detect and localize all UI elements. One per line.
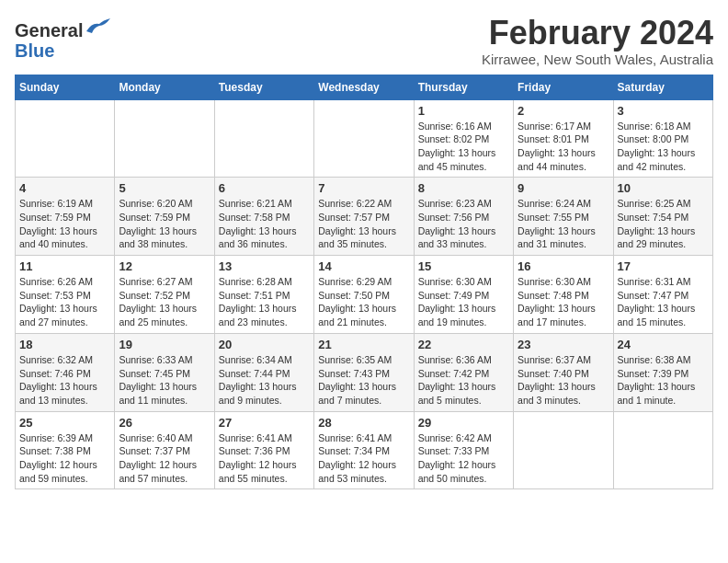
day-detail: Sunrise: 6:29 AM Sunset: 7:50 PM Dayligh… xyxy=(318,275,409,329)
day-number: 3 xyxy=(618,104,709,118)
day-number: 4 xyxy=(19,181,110,195)
logo-general: General xyxy=(15,20,83,40)
day-number: 12 xyxy=(119,259,210,273)
calendar-cell: 26Sunrise: 6:40 AM Sunset: 7:37 PM Dayli… xyxy=(115,411,214,489)
title-block: February 2024 Kirrawee, New South Wales,… xyxy=(482,15,713,67)
day-number: 28 xyxy=(318,416,409,430)
day-number: 16 xyxy=(518,259,609,273)
day-number: 11 xyxy=(19,259,110,273)
day-detail: Sunrise: 6:27 AM Sunset: 7:52 PM Dayligh… xyxy=(119,275,210,329)
day-detail: Sunrise: 6:22 AM Sunset: 7:57 PM Dayligh… xyxy=(318,197,409,251)
calendar-cell: 11Sunrise: 6:26 AM Sunset: 7:53 PM Dayli… xyxy=(16,256,115,334)
calendar-cell xyxy=(613,411,712,489)
day-number: 22 xyxy=(418,338,509,351)
day-number: 25 xyxy=(19,416,110,430)
day-number: 23 xyxy=(518,338,609,351)
day-number: 1 xyxy=(418,104,509,118)
day-number: 17 xyxy=(618,259,709,273)
day-detail: Sunrise: 6:21 AM Sunset: 7:58 PM Dayligh… xyxy=(219,197,310,251)
calendar-cell xyxy=(214,99,313,178)
logo-blue: Blue xyxy=(15,40,54,61)
calendar-cell: 21Sunrise: 6:35 AM Sunset: 7:43 PM Dayli… xyxy=(314,333,414,411)
logo: General Blue xyxy=(15,15,110,61)
day-detail: Sunrise: 6:30 AM Sunset: 7:49 PM Dayligh… xyxy=(418,275,509,329)
calendar-cell: 22Sunrise: 6:36 AM Sunset: 7:42 PM Dayli… xyxy=(414,333,513,411)
weekday-header-thursday: Thursday xyxy=(414,75,513,99)
day-detail: Sunrise: 6:30 AM Sunset: 7:48 PM Dayligh… xyxy=(518,275,609,329)
calendar-week-row: 11Sunrise: 6:26 AM Sunset: 7:53 PM Dayli… xyxy=(16,256,713,334)
calendar-cell xyxy=(115,99,214,178)
day-detail: Sunrise: 6:32 AM Sunset: 7:46 PM Dayligh… xyxy=(19,353,110,408)
calendar-cell: 17Sunrise: 6:31 AM Sunset: 7:47 PM Dayli… xyxy=(613,256,712,334)
calendar-week-row: 1Sunrise: 6:16 AM Sunset: 8:02 PM Daylig… xyxy=(16,99,713,178)
day-number: 26 xyxy=(119,416,210,430)
weekday-header-tuesday: Tuesday xyxy=(214,75,313,99)
weekday-header-sunday: Sunday xyxy=(16,75,115,99)
calendar-table: SundayMondayTuesdayWednesdayThursdayFrid… xyxy=(15,75,713,490)
day-detail: Sunrise: 6:24 AM Sunset: 7:55 PM Dayligh… xyxy=(518,197,609,251)
day-detail: Sunrise: 6:37 AM Sunset: 7:40 PM Dayligh… xyxy=(518,353,609,408)
calendar-cell: 12Sunrise: 6:27 AM Sunset: 7:52 PM Dayli… xyxy=(115,256,214,334)
day-detail: Sunrise: 6:17 AM Sunset: 8:01 PM Dayligh… xyxy=(518,120,609,174)
day-number: 2 xyxy=(518,104,609,118)
day-detail: Sunrise: 6:41 AM Sunset: 7:36 PM Dayligh… xyxy=(219,431,310,486)
day-detail: Sunrise: 6:20 AM Sunset: 7:59 PM Dayligh… xyxy=(119,197,210,251)
day-number: 24 xyxy=(618,338,709,351)
day-number: 6 xyxy=(219,181,310,195)
day-detail: Sunrise: 6:28 AM Sunset: 7:51 PM Dayligh… xyxy=(219,275,310,329)
day-detail: Sunrise: 6:39 AM Sunset: 7:38 PM Dayligh… xyxy=(19,431,110,486)
calendar-week-row: 18Sunrise: 6:32 AM Sunset: 7:46 PM Dayli… xyxy=(16,333,713,411)
day-number: 19 xyxy=(119,338,210,351)
day-detail: Sunrise: 6:26 AM Sunset: 7:53 PM Dayligh… xyxy=(19,275,110,329)
calendar-cell: 24Sunrise: 6:38 AM Sunset: 7:39 PM Dayli… xyxy=(613,333,712,411)
calendar-week-row: 25Sunrise: 6:39 AM Sunset: 7:38 PM Dayli… xyxy=(16,411,713,489)
day-detail: Sunrise: 6:19 AM Sunset: 7:59 PM Dayligh… xyxy=(19,197,110,251)
calendar-cell: 18Sunrise: 6:32 AM Sunset: 7:46 PM Dayli… xyxy=(16,333,115,411)
location-subtitle: Kirrawee, New South Wales, Australia xyxy=(482,52,713,67)
calendar-cell: 9Sunrise: 6:24 AM Sunset: 7:55 PM Daylig… xyxy=(514,178,613,256)
calendar-cell: 10Sunrise: 6:25 AM Sunset: 7:54 PM Dayli… xyxy=(613,178,712,256)
calendar-cell xyxy=(314,99,414,178)
day-detail: Sunrise: 6:36 AM Sunset: 7:42 PM Dayligh… xyxy=(418,353,509,408)
calendar-cell: 6Sunrise: 6:21 AM Sunset: 7:58 PM Daylig… xyxy=(214,178,313,256)
calendar-cell: 20Sunrise: 6:34 AM Sunset: 7:44 PM Dayli… xyxy=(214,333,313,411)
calendar-cell: 16Sunrise: 6:30 AM Sunset: 7:48 PM Dayli… xyxy=(514,256,613,334)
day-number: 9 xyxy=(518,181,609,195)
day-detail: Sunrise: 6:35 AM Sunset: 7:43 PM Dayligh… xyxy=(318,353,409,408)
day-number: 14 xyxy=(318,259,409,273)
day-number: 18 xyxy=(19,338,110,351)
calendar-cell: 23Sunrise: 6:37 AM Sunset: 7:40 PM Dayli… xyxy=(514,333,613,411)
calendar-cell: 19Sunrise: 6:33 AM Sunset: 7:45 PM Dayli… xyxy=(115,333,214,411)
day-detail: Sunrise: 6:18 AM Sunset: 8:00 PM Dayligh… xyxy=(618,120,709,174)
calendar-cell: 7Sunrise: 6:22 AM Sunset: 7:57 PM Daylig… xyxy=(314,178,414,256)
day-detail: Sunrise: 6:16 AM Sunset: 8:02 PM Dayligh… xyxy=(418,120,509,174)
calendar-cell: 28Sunrise: 6:41 AM Sunset: 7:34 PM Dayli… xyxy=(314,411,414,489)
day-number: 7 xyxy=(318,181,409,195)
day-number: 27 xyxy=(219,416,310,430)
weekday-header-monday: Monday xyxy=(115,75,214,99)
calendar-cell: 25Sunrise: 6:39 AM Sunset: 7:38 PM Dayli… xyxy=(16,411,115,489)
day-number: 15 xyxy=(418,259,509,273)
calendar-cell: 4Sunrise: 6:19 AM Sunset: 7:59 PM Daylig… xyxy=(16,178,115,256)
calendar-cell: 27Sunrise: 6:41 AM Sunset: 7:36 PM Dayli… xyxy=(214,411,313,489)
calendar-header-row: SundayMondayTuesdayWednesdayThursdayFrid… xyxy=(16,75,713,99)
calendar-cell: 29Sunrise: 6:42 AM Sunset: 7:33 PM Dayli… xyxy=(414,411,513,489)
calendar-cell: 2Sunrise: 6:17 AM Sunset: 8:01 PM Daylig… xyxy=(514,99,613,178)
day-detail: Sunrise: 6:33 AM Sunset: 7:45 PM Dayligh… xyxy=(119,353,210,408)
calendar-cell: 8Sunrise: 6:23 AM Sunset: 7:56 PM Daylig… xyxy=(414,178,513,256)
weekday-header-friday: Friday xyxy=(514,75,613,99)
day-detail: Sunrise: 6:40 AM Sunset: 7:37 PM Dayligh… xyxy=(119,431,210,486)
day-number: 8 xyxy=(418,181,509,195)
day-detail: Sunrise: 6:31 AM Sunset: 7:47 PM Dayligh… xyxy=(618,275,709,329)
calendar-cell: 14Sunrise: 6:29 AM Sunset: 7:50 PM Dayli… xyxy=(314,256,414,334)
calendar-cell: 1Sunrise: 6:16 AM Sunset: 8:02 PM Daylig… xyxy=(414,99,513,178)
calendar-cell: 5Sunrise: 6:20 AM Sunset: 7:59 PM Daylig… xyxy=(115,178,214,256)
day-number: 13 xyxy=(219,259,310,273)
calendar-cell: 15Sunrise: 6:30 AM Sunset: 7:49 PM Dayli… xyxy=(414,256,513,334)
day-detail: Sunrise: 6:42 AM Sunset: 7:33 PM Dayligh… xyxy=(418,431,509,486)
day-detail: Sunrise: 6:34 AM Sunset: 7:44 PM Dayligh… xyxy=(219,353,310,408)
calendar-cell: 3Sunrise: 6:18 AM Sunset: 8:00 PM Daylig… xyxy=(613,99,712,178)
calendar-week-row: 4Sunrise: 6:19 AM Sunset: 7:59 PM Daylig… xyxy=(16,178,713,256)
weekday-header-saturday: Saturday xyxy=(613,75,712,99)
weekday-header-wednesday: Wednesday xyxy=(314,75,414,99)
